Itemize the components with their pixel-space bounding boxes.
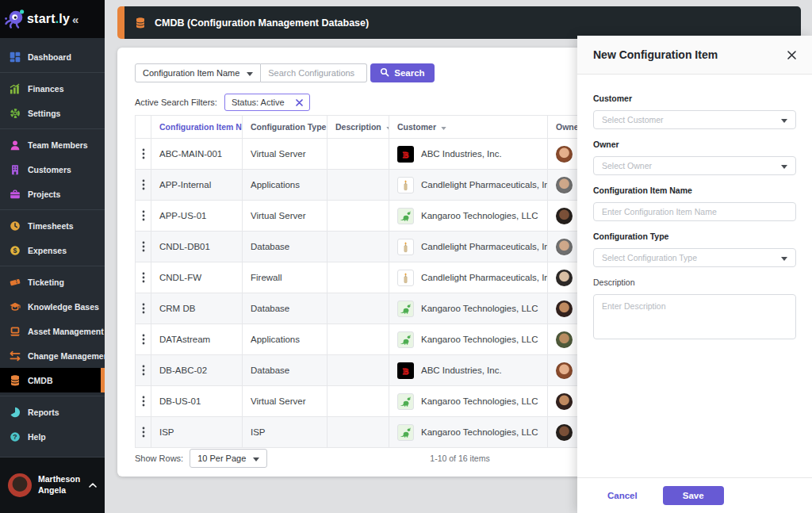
sidebar-item-cmdb[interactable]: CMDB: [0, 368, 105, 392]
cell-configuration-item-name: CNDL-FW: [151, 262, 243, 293]
owner-avatar: [556, 331, 573, 348]
row-menu-kebab-icon[interactable]: [140, 209, 147, 223]
row-menu-kebab-icon[interactable]: [140, 332, 147, 346]
cell-customer: Candlelight Pharmaceuticals, Inc.: [389, 232, 548, 262]
chevron-down-icon: [253, 454, 259, 463]
sidebar-item-customers[interactable]: Customers: [0, 157, 105, 182]
cancel-button[interactable]: Cancel: [603, 490, 642, 501]
row-menu-kebab-icon[interactable]: [140, 147, 147, 161]
search-input[interactable]: [261, 63, 367, 82]
chevron-up-icon: [89, 483, 97, 488]
sidebar-item-label: Finances: [28, 84, 64, 94]
sidebar-item-finances[interactable]: Finances: [0, 76, 105, 101]
knowledge-bases-icon: [10, 301, 21, 312]
user-menu[interactable]: Martheson Angela: [0, 457, 105, 513]
column-header-configuration-item-name[interactable]: Configuration Item Name: [151, 116, 243, 138]
cell-configuration-type: Firewall: [243, 262, 327, 293]
column-header-configuration-type[interactable]: Configuration Type: [243, 116, 327, 138]
sidebar-item-label: Settings: [28, 109, 60, 118]
column-header-customer[interactable]: Customer: [389, 116, 548, 138]
row-menu-kebab-icon[interactable]: [140, 301, 147, 316]
sidebar-item-label: CMDB: [28, 376, 53, 385]
customer-logo-icon: [397, 424, 414, 441]
remove-filter-icon[interactable]: [296, 99, 303, 106]
cell-customer: Kangaroo Technologies, LLC: [389, 386, 548, 416]
row-menu-kebab-icon[interactable]: [140, 178, 147, 192]
sidebar-item-ticketing[interactable]: Ticketing: [0, 270, 105, 294]
sidebar-item-change-management[interactable]: Change Management: [0, 343, 105, 368]
configuration-type-select[interactable]: Select Configuration Type: [593, 248, 796, 267]
cell-description: [327, 417, 389, 447]
search-field-selector[interactable]: Configuration Item Name: [135, 63, 261, 82]
svg-text:B: B: [403, 366, 408, 375]
save-button[interactable]: Save: [663, 486, 724, 505]
sidebar-item-reports[interactable]: Reports: [0, 400, 105, 424]
customer-name: Kangaroo Technologies, LLC: [421, 335, 538, 344]
cell-configuration-item-name: DB-US-01: [151, 386, 243, 416]
customer-select[interactable]: Select Customer: [593, 110, 796, 129]
sidebar-item-label: Customers: [28, 165, 71, 174]
sidebar-item-label: Asset Management: [28, 327, 104, 336]
close-icon[interactable]: [787, 51, 796, 59]
reports-icon: [10, 407, 21, 418]
finances-icon: [10, 83, 21, 94]
active-filters-label: Active Search Filters:: [135, 98, 217, 107]
sort-caret-icon: [441, 122, 446, 132]
configuration-item-name-input[interactable]: [593, 202, 796, 221]
row-menu-kebab-icon[interactable]: [140, 425, 147, 439]
cell-customer: Kangaroo Technologies, LLC: [389, 417, 548, 447]
sidebar-item-asset-management[interactable]: Asset Management: [0, 319, 105, 343]
sidebar-item-team-members[interactable]: Team Members: [0, 132, 105, 157]
sidebar-item-label: Reports: [28, 408, 59, 417]
sidebar-item-help[interactable]: ?Help: [0, 424, 105, 449]
sidebar-item-knowledge-bases[interactable]: Knowledge Bases: [0, 294, 105, 319]
description-textarea[interactable]: [593, 294, 796, 339]
filter-chip-status-active[interactable]: Status: Active: [224, 94, 310, 111]
page-size-select[interactable]: 10 Per Page: [190, 449, 267, 468]
owner-select[interactable]: Select Owner: [593, 156, 796, 175]
search-icon: [380, 67, 389, 78]
panel-footer: Cancel Save: [577, 477, 812, 513]
sidebar-divider: [0, 396, 105, 396]
owner-avatar: [556, 208, 573, 224]
owner-avatar: [556, 239, 573, 255]
customer-name: Candlelight Pharmaceuticals, Inc.: [421, 180, 548, 190]
collapse-sidebar-icon[interactable]: «: [72, 13, 79, 26]
brand-logo[interactable]: start.ly «: [0, 0, 105, 38]
cell-customer: B ABC Industries, Inc.: [389, 139, 548, 169]
help-icon: ?: [10, 431, 21, 442]
svg-text:B: B: [403, 149, 408, 159]
row-menu-kebab-icon[interactable]: [140, 394, 147, 408]
new-configuration-item-panel: New Configuration Item Customer Select C…: [577, 36, 812, 513]
sidebar-item-expenses[interactable]: $Expenses: [0, 238, 105, 262]
owner-avatar: [556, 177, 573, 193]
sidebar-item-dashboard[interactable]: Dashboard: [0, 44, 105, 69]
sidebar-item-settings[interactable]: Settings: [0, 101, 105, 125]
customer-logo-icon: [397, 177, 414, 193]
cell-description: [327, 355, 389, 385]
sidebar-item-timesheets[interactable]: Timesheets: [0, 213, 105, 238]
row-menu-kebab-icon[interactable]: [140, 270, 147, 285]
projects-icon: [10, 189, 21, 200]
cell-customer: Candlelight Pharmaceuticals, Inc.: [389, 262, 548, 293]
sidebar-divider: [0, 72, 105, 73]
customer-logo-icon: [397, 239, 414, 255]
column-header-description[interactable]: Description: [327, 116, 389, 138]
chevron-down-icon: [781, 115, 787, 124]
sidebar-item-projects[interactable]: Projects: [0, 182, 105, 206]
sidebar-item-label: Timesheets: [28, 221, 74, 231]
timesheets-icon: [10, 220, 21, 232]
cell-configuration-item-name: CRM DB: [151, 293, 243, 323]
page-header: CMDB (Configuration Management Database): [117, 6, 801, 39]
cell-configuration-type: Virtual Server: [243, 139, 327, 169]
cell-description: [327, 262, 389, 293]
cell-configuration-type: Database: [243, 232, 327, 262]
cell-configuration-item-name: CNDL-DB01: [151, 232, 243, 262]
row-menu-kebab-icon[interactable]: [140, 363, 147, 377]
cell-configuration-type: Applications: [243, 170, 327, 200]
row-menu-kebab-icon[interactable]: [140, 239, 147, 254]
owner-avatar: [556, 362, 573, 379]
search-button[interactable]: Search: [370, 63, 434, 82]
sidebar-item-label: Dashboard: [28, 52, 71, 62]
customers-icon: [10, 164, 21, 175]
